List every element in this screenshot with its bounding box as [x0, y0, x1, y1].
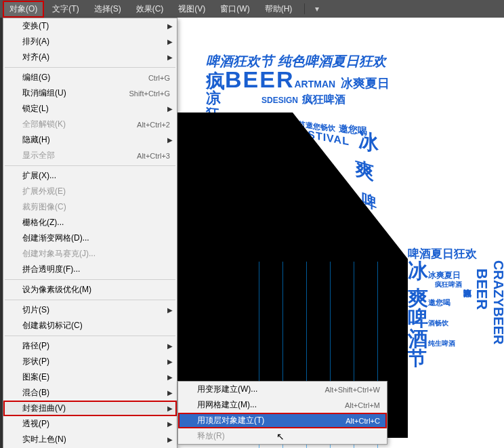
mi-lock[interactable]: 锁定(L)▶: [3, 101, 177, 117]
artwork-bottom: 啤酒夏日狂欢 冰冰爽夏日 疯狂啤酒 爽邀您喝 啤酒畅饮 酒纯生啤酒 节 CRAZ…: [408, 248, 503, 424]
object-menu: 变换(T)▶ 排列(A)▶ 对齐(A)▶ 编组(G)Ctrl+G 取消编组(U)…: [3, 18, 177, 448]
menu-effect[interactable]: 效果(C): [129, 1, 171, 18]
menu-select[interactable]: 选择(S): [87, 1, 128, 18]
mi-trim-marks[interactable]: 创建裁切标记(C): [3, 318, 177, 333]
chevron-right-icon: ▶: [167, 105, 173, 113]
chevron-right-icon: ▶: [167, 54, 173, 61]
chevron-right-icon: ▶: [167, 389, 173, 396]
menu-type[interactable]: 文字(T): [45, 1, 85, 18]
chevron-right-icon: ▶: [167, 306, 173, 314]
smi-release: 释放(R): [178, 428, 387, 444]
menu-window[interactable]: 窗口(W): [213, 1, 256, 18]
smi-make-top-object[interactable]: 用顶层对象建立(T)Alt+Ctrl+C: [178, 413, 387, 428]
chevron-right-icon: ▶: [167, 358, 173, 365]
mi-path[interactable]: 路径(P)▶: [3, 338, 177, 354]
smi-make-mesh[interactable]: 用网格建立(M)...Alt+Ctrl+M: [178, 397, 387, 413]
chevron-right-icon: ▶: [167, 373, 173, 381]
mi-group[interactable]: 编组(G)Ctrl+G: [3, 70, 177, 85]
mi-expand[interactable]: 扩展(X)...: [3, 168, 177, 184]
chevron-right-icon: ▶: [167, 342, 173, 350]
chevron-right-icon: ▶: [167, 436, 173, 443]
menubar: 对象(O) 文字(T) 选择(S) 效果(C) 视图(V) 窗口(W) 帮助(H…: [0, 0, 504, 18]
toolbar-overflow-icon[interactable]: ▾: [310, 4, 324, 14]
menu-help[interactable]: 帮助(H): [258, 1, 299, 18]
mi-pixel-perfect[interactable]: 设为像素级优化(M): [3, 282, 177, 298]
mi-show-all: 显示全部Alt+Ctrl+3: [3, 148, 177, 163]
mi-live-paint[interactable]: 实时上色(N)▶: [3, 432, 177, 447]
mi-transform[interactable]: 变换(T)▶: [3, 18, 177, 34]
mi-crop-image: 裁剪图像(C): [3, 199, 177, 215]
mi-blend[interactable]: 混合(B)▶: [3, 385, 177, 401]
mi-envelope-distort[interactable]: 封套扭曲(V)▶: [3, 401, 177, 416]
chevron-right-icon: ▶: [167, 38, 173, 45]
chevron-right-icon: ▶: [167, 136, 173, 144]
mi-shape[interactable]: 形状(P)▶: [3, 354, 177, 369]
mi-object-mosaic: 创建对象马赛克(J)...: [3, 246, 177, 262]
menu-object[interactable]: 对象(O): [3, 1, 44, 18]
mi-pattern[interactable]: 图案(E)▶: [3, 369, 177, 385]
mi-expand-appearance: 扩展外观(E): [3, 184, 177, 199]
mi-rasterize[interactable]: 栅格化(Z)...: [3, 215, 177, 230]
mi-flatten[interactable]: 拼合透明度(F)...: [3, 262, 177, 277]
menu-view[interactable]: 视图(V): [171, 1, 212, 18]
smi-make-warp[interactable]: 用变形建立(W)...Alt+Shift+Ctrl+W: [178, 382, 387, 397]
mi-gradient-mesh[interactable]: 创建渐变网格(D)...: [3, 230, 177, 246]
chevron-right-icon: ▶: [167, 420, 173, 428]
mi-hide[interactable]: 隐藏(H)▶: [3, 132, 177, 148]
chevron-right-icon: ▶: [167, 22, 173, 30]
mi-ungroup[interactable]: 取消编组(U)Shift+Ctrl+G: [3, 85, 177, 101]
chevron-right-icon: ▶: [167, 405, 173, 412]
envelope-submenu: 用变形建立(W)...Alt+Shift+Ctrl+W 用网格建立(M)...A…: [177, 381, 387, 445]
mi-perspective[interactable]: 透视(P)▶: [3, 416, 177, 432]
mi-align[interactable]: 对齐(A)▶: [3, 49, 177, 65]
mi-unlock-all: 全部解锁(K)Alt+Ctrl+2: [3, 117, 177, 132]
mi-slice[interactable]: 切片(S)▶: [3, 302, 177, 318]
mi-arrange[interactable]: 排列(A)▶: [3, 34, 177, 49]
